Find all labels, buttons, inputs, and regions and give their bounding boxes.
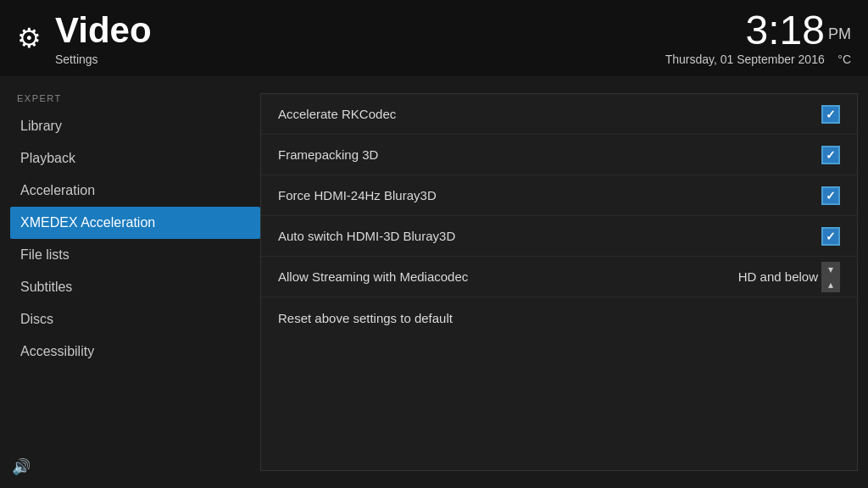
allow-streaming-stepper: ▾ ▴ (821, 262, 840, 292)
label-auto-switch-hdmi-3d: Auto switch HDMI-3D Bluray3D (278, 229, 455, 243)
content-panel: Accelerate RKCodec Framepacking 3D Force… (260, 93, 858, 471)
row-framepacking-3d: Framepacking 3D (261, 135, 857, 175)
sidebar: EXPERT Library Playback Acceleration XME… (10, 93, 260, 471)
allow-streaming-value: HD and below (738, 269, 818, 284)
stepper-up-button[interactable]: ▴ (821, 277, 840, 292)
header-left: ⚙ Video Settings (17, 10, 152, 66)
label-allow-streaming: Allow Streaming with Mediacodec (278, 269, 468, 284)
stepper-down-button[interactable]: ▾ (821, 262, 840, 277)
row-auto-switch-hdmi-3d: Auto switch HDMI-3D Bluray3D (261, 216, 857, 257)
clock-date: Thursday, 01 September 2016 °C (665, 53, 851, 66)
sidebar-item-discs[interactable]: Discs (10, 303, 260, 336)
main-content: EXPERT Library Playback Acceleration XME… (0, 76, 868, 488)
checkbox-accelerate-rkcodec[interactable] (821, 105, 840, 124)
header-title-block: Video Settings (55, 10, 152, 66)
row-accelerate-rkcodec: Accelerate RKCodec (261, 94, 857, 135)
sidebar-item-xmedex-acceleration[interactable]: XMEDEX Acceleration (10, 207, 260, 239)
label-framepacking-3d: Framepacking 3D (278, 147, 378, 162)
clock-block: 3:18PM Thursday, 01 September 2016 °C (665, 10, 851, 66)
row-reset-settings[interactable]: Reset above settings to default (261, 297, 857, 338)
checkbox-force-hdmi-24hz[interactable] (821, 186, 840, 205)
sidebar-item-acceleration[interactable]: Acceleration (10, 175, 260, 207)
label-force-hdmi-24hz: Force HDMI-24Hz Bluray3D (278, 188, 437, 202)
header: ⚙ Video Settings 3:18PM Thursday, 01 Sep… (0, 0, 868, 76)
allow-streaming-value-block: HD and below ▾ ▴ (738, 262, 840, 292)
page-title: Video (55, 10, 152, 51)
clock-ampm: PM (828, 25, 851, 42)
sidebar-item-subtitles[interactable]: Subtitles (10, 271, 260, 303)
sidebar-item-playback[interactable]: Playback (10, 142, 260, 175)
checkbox-framepacking-3d[interactable] (821, 146, 840, 164)
row-force-hdmi-24hz: Force HDMI-24Hz Bluray3D (261, 175, 857, 216)
sidebar-section-label: EXPERT (10, 93, 260, 103)
clock-time-display: 3:18PM (665, 10, 851, 51)
settings-label: Settings (55, 53, 152, 66)
label-reset-settings: Reset above settings to default (278, 311, 453, 325)
footer-speaker-icon: 🔊 (12, 458, 31, 476)
sidebar-item-accessibility[interactable]: Accessibility (10, 336, 260, 368)
sidebar-item-library[interactable]: Library (10, 110, 260, 142)
label-accelerate-rkcodec: Accelerate RKCodec (278, 107, 396, 121)
sidebar-item-file-lists[interactable]: File lists (10, 239, 260, 271)
clock-time: 3:18 (746, 8, 825, 53)
checkbox-auto-switch-hdmi-3d[interactable] (821, 227, 840, 246)
row-allow-streaming: Allow Streaming with Mediacodec HD and b… (261, 257, 857, 297)
gear-icon: ⚙ (17, 22, 42, 54)
